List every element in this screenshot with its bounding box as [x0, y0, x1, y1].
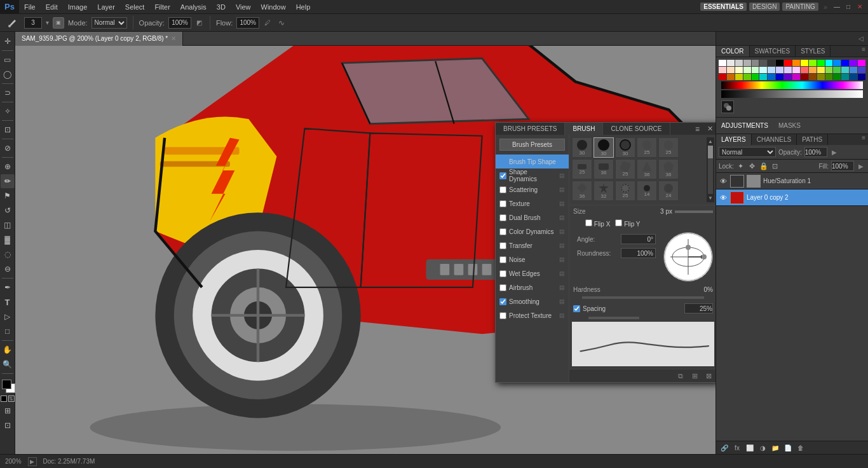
color-mixer-icon[interactable] — [721, 100, 734, 113]
swatch-r3-1[interactable] — [719, 74, 726, 80]
bottom-icon-2[interactable]: ⊞ — [689, 371, 700, 381]
tool-crop[interactable]: ⊡ — [1, 123, 15, 137]
tab-brush-presets[interactable]: BRUSH PRESETS — [496, 123, 565, 135]
airbrush-check[interactable] — [499, 284, 506, 291]
brush-prop-airbrush[interactable]: Airbrush ▤ — [496, 280, 569, 294]
new-group-btn[interactable]: 📁 — [770, 443, 781, 453]
swatch-r2-18[interactable] — [858, 67, 865, 73]
swatch-yellowgreen[interactable] — [809, 60, 817, 66]
brush-prop-noise[interactable]: Noise ▤ — [496, 252, 569, 266]
window-close[interactable]: ✕ — [855, 3, 864, 11]
layer-hue-saturation[interactable]: 👁 Hue/Saturation 1 — [716, 173, 868, 189]
menu-view[interactable]: View — [231, 0, 256, 14]
scroll-down-btn[interactable]: ▼ — [708, 194, 713, 202]
layers-blend-select[interactable]: Normal Multiply — [719, 147, 776, 157]
tool-dodge[interactable]: ⊖ — [1, 262, 15, 276]
swatch-r3-7[interactable] — [768, 74, 775, 80]
brush-tip-5[interactable]: 25 — [658, 137, 679, 158]
document-tab[interactable]: SAM_9359.JPG @ 200% (Layer 0 copy 2, RGB… — [15, 32, 183, 46]
swatch-r2-16[interactable] — [841, 67, 849, 73]
swatch-lightgray1[interactable] — [727, 60, 735, 66]
swatch-r2-12[interactable] — [809, 67, 817, 73]
color-panel-menu[interactable]: ≡ — [859, 46, 868, 57]
tool-zoom[interactable]: 🔍 — [1, 357, 15, 371]
opacity-input[interactable] — [168, 17, 191, 29]
bottom-icon-1[interactable]: ⧉ — [675, 371, 686, 381]
brush-tip-11[interactable]: 36 — [572, 181, 592, 201]
brush-tip-2[interactable]: 30 — [593, 137, 614, 158]
link-layers-btn[interactable]: 🔗 — [719, 443, 730, 453]
swatch-r3-9[interactable] — [784, 74, 792, 80]
brush-panel-close[interactable]: ✕ — [703, 125, 715, 133]
scroll-thumb[interactable] — [708, 146, 713, 158]
tool-marquee-rect[interactable]: ▭ — [1, 53, 15, 67]
swatch-red[interactable] — [784, 60, 792, 66]
tool-brush[interactable]: ✏ — [1, 174, 15, 188]
layer-0-copy-2[interactable]: 👁 Layer 0 copy 2 — [716, 189, 868, 206]
brush-tips-scrollbar[interactable]: ▲ ▼ — [707, 137, 714, 202]
texture-check[interactable] — [499, 200, 506, 207]
swatch-r2-4[interactable] — [743, 67, 751, 73]
fill-expand[interactable]: ▶ — [857, 162, 865, 170]
tool-marquee-ellipse[interactable]: ◯ — [1, 67, 15, 81]
swatch-white[interactable] — [719, 60, 726, 66]
swatch-blue[interactable] — [841, 60, 849, 66]
swatch-r2-14[interactable] — [825, 67, 833, 73]
transfer-check[interactable] — [499, 242, 506, 249]
spacing-input[interactable] — [684, 303, 713, 313]
swatch-r3-11[interactable] — [801, 74, 808, 80]
brush-tip-4[interactable]: 25 — [637, 137, 657, 158]
roundness-input[interactable] — [621, 248, 656, 258]
mode-design[interactable]: DESIGN — [749, 3, 780, 11]
swatch-r2-3[interactable] — [735, 67, 743, 73]
tab-masks[interactable]: MASKS — [773, 120, 806, 132]
color-spectrum-bar[interactable] — [721, 81, 863, 89]
smoothing-check[interactable] — [499, 298, 506, 305]
brush-tip-12[interactable]: 32 — [593, 181, 614, 201]
color-dynamics-check[interactable] — [499, 228, 506, 235]
tool-eyedropper[interactable]: ⊘ — [1, 141, 15, 155]
tool-history[interactable]: ↺ — [1, 203, 15, 217]
brush-panel-menu[interactable]: ≡ — [691, 125, 703, 134]
swatch-r3-15[interactable] — [833, 74, 841, 80]
tab-layers[interactable]: LAYERS — [716, 134, 752, 145]
tab-styles[interactable]: STYLES — [796, 46, 831, 57]
swatch-darkgray[interactable] — [759, 60, 767, 66]
lock-pixels-icon[interactable]: ✦ — [736, 162, 745, 170]
menu-file[interactable]: File — [19, 0, 41, 14]
tab-brush[interactable]: BRUSH — [565, 123, 603, 135]
foreground-background-colors[interactable] — [1, 378, 15, 392]
blend-mode-select[interactable]: Normal Multiply Screen — [92, 17, 127, 29]
swatch-magenta[interactable] — [858, 60, 865, 66]
protect-texture-check[interactable] — [499, 312, 506, 319]
swatch-r2-5[interactable] — [752, 67, 759, 73]
tool-stamp[interactable]: ⚑ — [1, 189, 15, 203]
fill-input[interactable] — [831, 161, 854, 171]
tab-color[interactable]: COLOR — [716, 46, 750, 57]
tool-eraser[interactable]: ◫ — [1, 218, 15, 232]
swatch-r2-17[interactable] — [850, 67, 857, 73]
window-restore[interactable]: □ — [844, 3, 853, 11]
swatch-black[interactable] — [776, 60, 783, 66]
angle-input[interactable] — [621, 234, 656, 244]
tool-gradient[interactable]: ▓ — [1, 233, 15, 247]
tool-pen[interactable]: ✒ — [1, 280, 15, 294]
tool-quick-select[interactable]: ✧ — [1, 104, 15, 118]
size-slider[interactable] — [675, 210, 713, 213]
swatch-r2-11[interactable] — [801, 67, 808, 73]
tool-shape[interactable]: □ — [1, 324, 15, 338]
brush-prop-scattering[interactable]: Scattering ▤ — [496, 182, 569, 196]
swatch-r3-6[interactable] — [759, 74, 767, 80]
switch-colors[interactable]: ⇅ — [8, 396, 15, 402]
spacing-check[interactable] — [573, 305, 580, 312]
swatch-r3-3[interactable] — [735, 74, 743, 80]
lock-move-icon[interactable]: ✥ — [748, 162, 757, 170]
lock-extra-icon[interactable]: ⊡ — [771, 162, 780, 170]
tab-close-btn[interactable]: ✕ — [171, 35, 176, 42]
flow-input[interactable] — [236, 17, 259, 29]
opacity-layers-input[interactable] — [804, 147, 827, 157]
swatch-lightgray2[interactable] — [735, 60, 743, 66]
swatch-gray2[interactable] — [752, 60, 759, 66]
swatch-gray1[interactable] — [743, 60, 751, 66]
swatch-skyblue[interactable] — [833, 60, 841, 66]
